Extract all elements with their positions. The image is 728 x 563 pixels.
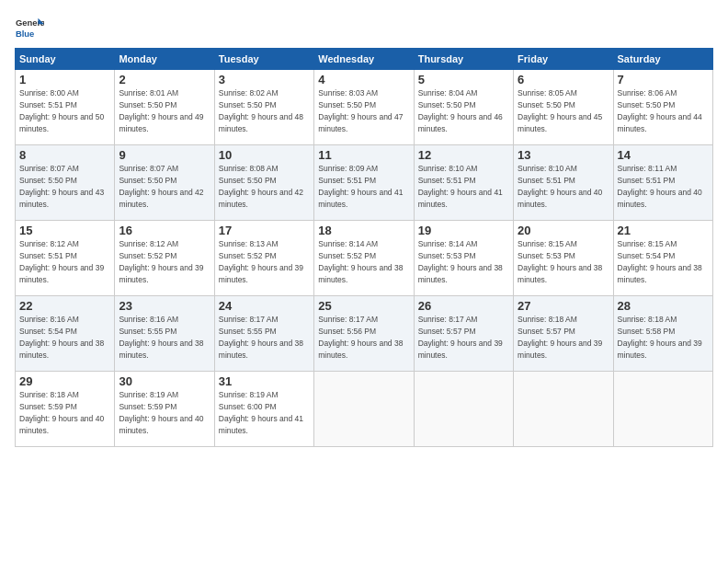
day-number: 14 bbox=[618, 148, 709, 162]
day-info: Sunrise: 8:16 AMSunset: 5:55 PMDaylight:… bbox=[119, 315, 203, 360]
calendar-day-2: 2 Sunrise: 8:01 AMSunset: 5:50 PMDayligh… bbox=[115, 70, 214, 145]
day-info: Sunrise: 8:09 AMSunset: 5:51 PMDaylight:… bbox=[318, 164, 403, 209]
calendar-empty-cell bbox=[314, 372, 414, 447]
day-number: 21 bbox=[618, 224, 709, 237]
day-info: Sunrise: 8:05 AMSunset: 5:50 PMDaylight:… bbox=[518, 88, 602, 133]
day-number: 19 bbox=[418, 224, 509, 237]
calendar-day-6: 6 Sunrise: 8:05 AMSunset: 5:50 PMDayligh… bbox=[514, 70, 613, 145]
calendar-day-27: 27 Sunrise: 8:18 AMSunset: 5:57 PMDaylig… bbox=[514, 296, 613, 372]
calendar-day-12: 12 Sunrise: 8:10 AMSunset: 5:51 PMDaylig… bbox=[414, 145, 513, 221]
page-container: General Blue SundayMondayTuesdayWednesda… bbox=[0, 0, 728, 454]
day-info: Sunrise: 8:18 AMSunset: 5:57 PMDaylight:… bbox=[518, 315, 602, 360]
calendar-table: SundayMondayTuesdayWednesdayThursdayFrid… bbox=[15, 48, 713, 447]
header: General Blue bbox=[15, 15, 713, 44]
calendar-day-3: 3 Sunrise: 8:02 AMSunset: 5:50 PMDayligh… bbox=[214, 70, 313, 145]
day-number: 30 bbox=[119, 374, 210, 388]
day-number: 18 bbox=[318, 224, 409, 237]
calendar-day-19: 19 Sunrise: 8:14 AMSunset: 5:53 PMDaylig… bbox=[414, 221, 513, 296]
day-info: Sunrise: 8:17 AMSunset: 5:55 PMDaylight:… bbox=[219, 315, 303, 360]
day-number: 31 bbox=[219, 374, 310, 388]
calendar-header-saturday: Saturday bbox=[613, 49, 712, 70]
day-info: Sunrise: 8:01 AMSunset: 5:50 PMDaylight:… bbox=[119, 88, 203, 133]
calendar-day-25: 25 Sunrise: 8:17 AMSunset: 5:56 PMDaylig… bbox=[314, 296, 414, 372]
calendar-day-22: 22 Sunrise: 8:16 AMSunset: 5:54 PMDaylig… bbox=[16, 296, 115, 372]
day-number: 26 bbox=[418, 299, 509, 313]
day-number: 7 bbox=[618, 73, 709, 86]
calendar-header-row: SundayMondayTuesdayWednesdayThursdayFrid… bbox=[16, 49, 713, 70]
day-number: 3 bbox=[219, 73, 310, 86]
day-number: 5 bbox=[418, 73, 509, 86]
day-number: 15 bbox=[19, 224, 110, 237]
calendar-day-29: 29 Sunrise: 8:18 AMSunset: 5:59 PMDaylig… bbox=[16, 372, 115, 447]
calendar-week-2: 8 Sunrise: 8:07 AMSunset: 5:50 PMDayligh… bbox=[16, 145, 713, 221]
calendar-day-1: 1 Sunrise: 8:00 AMSunset: 5:51 PMDayligh… bbox=[16, 70, 115, 145]
calendar-day-16: 16 Sunrise: 8:12 AMSunset: 5:52 PMDaylig… bbox=[115, 221, 214, 296]
day-info: Sunrise: 8:12 AMSunset: 5:51 PMDaylight:… bbox=[19, 239, 104, 284]
day-info: Sunrise: 8:15 AMSunset: 5:54 PMDaylight:… bbox=[618, 239, 702, 284]
calendar-header-sunday: Sunday bbox=[16, 49, 115, 70]
day-number: 23 bbox=[119, 299, 210, 313]
day-info: Sunrise: 8:14 AMSunset: 5:53 PMDaylight:… bbox=[418, 239, 503, 284]
logo: General Blue bbox=[15, 15, 44, 44]
calendar-day-26: 26 Sunrise: 8:17 AMSunset: 5:57 PMDaylig… bbox=[414, 296, 513, 372]
calendar-header-friday: Friday bbox=[514, 49, 613, 70]
calendar-day-17: 17 Sunrise: 8:13 AMSunset: 5:52 PMDaylig… bbox=[214, 221, 313, 296]
calendar-day-5: 5 Sunrise: 8:04 AMSunset: 5:50 PMDayligh… bbox=[414, 70, 513, 145]
day-info: Sunrise: 8:06 AMSunset: 5:50 PMDaylight:… bbox=[618, 88, 702, 133]
day-number: 12 bbox=[418, 148, 509, 162]
day-info: Sunrise: 8:02 AMSunset: 5:50 PMDaylight:… bbox=[219, 88, 303, 133]
day-info: Sunrise: 8:11 AMSunset: 5:51 PMDaylight:… bbox=[618, 164, 702, 209]
day-info: Sunrise: 8:04 AMSunset: 5:50 PMDaylight:… bbox=[418, 88, 503, 133]
calendar-day-14: 14 Sunrise: 8:11 AMSunset: 5:51 PMDaylig… bbox=[613, 145, 712, 221]
logo-svg: General Blue bbox=[15, 15, 44, 44]
calendar-empty-cell bbox=[514, 372, 613, 447]
calendar-day-24: 24 Sunrise: 8:17 AMSunset: 5:55 PMDaylig… bbox=[214, 296, 313, 372]
day-number: 20 bbox=[518, 224, 609, 237]
day-info: Sunrise: 8:19 AMSunset: 5:59 PMDaylight:… bbox=[119, 390, 203, 435]
calendar-week-1: 1 Sunrise: 8:00 AMSunset: 5:51 PMDayligh… bbox=[16, 70, 713, 145]
calendar-day-30: 30 Sunrise: 8:19 AMSunset: 5:59 PMDaylig… bbox=[115, 372, 214, 447]
calendar-day-7: 7 Sunrise: 8:06 AMSunset: 5:50 PMDayligh… bbox=[613, 70, 712, 145]
calendar-day-8: 8 Sunrise: 8:07 AMSunset: 5:50 PMDayligh… bbox=[16, 145, 115, 221]
day-info: Sunrise: 8:00 AMSunset: 5:51 PMDaylight:… bbox=[19, 88, 104, 133]
calendar-day-20: 20 Sunrise: 8:15 AMSunset: 5:53 PMDaylig… bbox=[514, 221, 613, 296]
day-number: 29 bbox=[19, 374, 110, 388]
day-number: 24 bbox=[219, 299, 310, 313]
day-info: Sunrise: 8:07 AMSunset: 5:50 PMDaylight:… bbox=[19, 164, 104, 209]
calendar-empty-cell bbox=[414, 372, 513, 447]
day-number: 17 bbox=[219, 224, 310, 237]
day-info: Sunrise: 8:17 AMSunset: 5:56 PMDaylight:… bbox=[318, 315, 403, 360]
calendar-day-23: 23 Sunrise: 8:16 AMSunset: 5:55 PMDaylig… bbox=[115, 296, 214, 372]
calendar-header-thursday: Thursday bbox=[414, 49, 513, 70]
calendar-day-9: 9 Sunrise: 8:07 AMSunset: 5:50 PMDayligh… bbox=[115, 145, 214, 221]
day-info: Sunrise: 8:15 AMSunset: 5:53 PMDaylight:… bbox=[518, 239, 602, 284]
day-info: Sunrise: 8:19 AMSunset: 6:00 PMDaylight:… bbox=[219, 390, 303, 435]
day-number: 28 bbox=[618, 299, 709, 313]
day-info: Sunrise: 8:16 AMSunset: 5:54 PMDaylight:… bbox=[19, 315, 104, 360]
svg-text:Blue: Blue bbox=[16, 29, 34, 39]
calendar-week-5: 29 Sunrise: 8:18 AMSunset: 5:59 PMDaylig… bbox=[16, 372, 713, 447]
day-info: Sunrise: 8:10 AMSunset: 5:51 PMDaylight:… bbox=[418, 164, 503, 209]
calendar-day-21: 21 Sunrise: 8:15 AMSunset: 5:54 PMDaylig… bbox=[613, 221, 712, 296]
day-number: 8 bbox=[19, 148, 110, 162]
day-number: 9 bbox=[119, 148, 210, 162]
calendar-day-31: 31 Sunrise: 8:19 AMSunset: 6:00 PMDaylig… bbox=[214, 372, 313, 447]
day-number: 16 bbox=[119, 224, 210, 237]
day-info: Sunrise: 8:07 AMSunset: 5:50 PMDaylight:… bbox=[119, 164, 203, 209]
calendar-week-4: 22 Sunrise: 8:16 AMSunset: 5:54 PMDaylig… bbox=[16, 296, 713, 372]
calendar-day-15: 15 Sunrise: 8:12 AMSunset: 5:51 PMDaylig… bbox=[16, 221, 115, 296]
day-info: Sunrise: 8:10 AMSunset: 5:51 PMDaylight:… bbox=[518, 164, 602, 209]
day-number: 10 bbox=[219, 148, 310, 162]
day-number: 11 bbox=[318, 148, 409, 162]
day-number: 4 bbox=[318, 73, 409, 86]
day-number: 25 bbox=[318, 299, 409, 313]
day-number: 6 bbox=[518, 73, 609, 86]
day-info: Sunrise: 8:13 AMSunset: 5:52 PMDaylight:… bbox=[219, 239, 303, 284]
calendar-header-monday: Monday bbox=[115, 49, 214, 70]
calendar-week-3: 15 Sunrise: 8:12 AMSunset: 5:51 PMDaylig… bbox=[16, 221, 713, 296]
day-info: Sunrise: 8:03 AMSunset: 5:50 PMDaylight:… bbox=[318, 88, 403, 133]
day-info: Sunrise: 8:18 AMSunset: 5:58 PMDaylight:… bbox=[618, 315, 702, 360]
day-number: 2 bbox=[119, 73, 210, 86]
day-number: 27 bbox=[518, 299, 609, 313]
day-number: 22 bbox=[19, 299, 110, 313]
